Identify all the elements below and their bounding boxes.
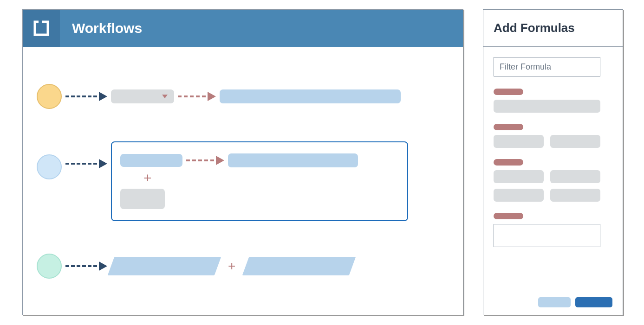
page-title: Workflows [72,20,142,36]
start-node-1[interactable] [37,84,62,109]
svg-rect-1 [39,20,42,25]
filter-formula-input[interactable] [494,57,600,76]
dropdown-step[interactable] [111,89,174,103]
confirm-button[interactable] [575,297,612,307]
add-formulas-panel: Add Formulas [483,9,623,315]
formula-option[interactable] [550,189,600,202]
arrow-icon [65,261,107,271]
selected-step-group[interactable]: + [111,141,408,221]
formula-option[interactable] [494,170,544,183]
action-step[interactable] [220,89,401,103]
arrow-icon [178,92,216,101]
workflow-row-1[interactable] [37,84,440,109]
workflows-panel: Workflows [22,9,463,315]
transform-step-1[interactable] [108,257,221,275]
app-logo-icon [23,10,60,47]
section-label-4 [494,213,523,219]
formula-name-input[interactable] [494,224,600,247]
placeholder-step[interactable] [120,189,165,209]
start-node-3[interactable] [37,254,62,279]
step-a[interactable] [120,154,182,167]
option-row [494,170,612,183]
caret-down-icon [162,95,168,98]
option-row [494,135,612,148]
workflow-row-2[interactable]: + [37,141,440,221]
dialog-buttons [494,297,612,307]
formula-option[interactable] [494,135,544,148]
start-node-2[interactable] [37,154,62,179]
formula-option[interactable] [550,170,600,183]
option-row [494,189,612,202]
workflows-header: Workflows [23,10,463,47]
sidepanel-header: Add Formulas [483,10,623,47]
section-label-3 [494,159,523,166]
sidepanel-title: Add Formulas [494,21,575,35]
plus-icon[interactable]: + [143,171,393,185]
workflow-canvas[interactable]: + + [23,47,463,315]
step-b[interactable] [228,153,358,167]
formula-option[interactable] [550,135,600,148]
option-row [494,100,612,113]
arrow-icon [186,156,224,165]
transform-step-2[interactable] [242,257,356,275]
arrow-icon [65,92,107,101]
formula-option[interactable] [494,100,600,113]
workflow-row-3[interactable]: + [37,254,440,279]
cancel-button[interactable] [538,297,571,307]
arrow-icon [65,159,107,168]
plus-icon[interactable]: + [228,259,235,274]
section-label-1 [494,89,523,95]
section-label-2 [494,124,523,130]
formula-option[interactable] [494,189,544,202]
